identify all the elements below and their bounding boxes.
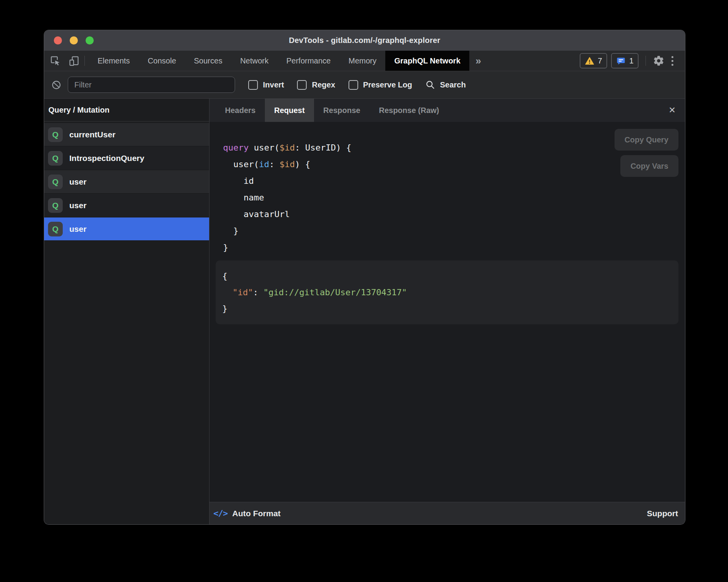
toolbar-tab-memory[interactable]: Memory bbox=[340, 51, 385, 71]
query-type-badge: Q bbox=[48, 151, 63, 166]
code-token: } bbox=[223, 226, 239, 236]
code-token bbox=[222, 288, 233, 297]
code-line: { bbox=[222, 268, 678, 284]
detail-footer: </> Auto Format Support bbox=[209, 502, 685, 524]
message-icon bbox=[616, 56, 626, 66]
devtools-window: DevTools - gitlab.com/-/graphql-explorer bbox=[44, 30, 685, 524]
checkbox-preserve-log[interactable]: Preserve Log bbox=[349, 80, 412, 90]
request-content: query user($id: UserID) { user(id: $id) … bbox=[209, 122, 685, 502]
code-token: } bbox=[222, 304, 227, 313]
query-list-item[interactable]: Quser bbox=[44, 170, 209, 193]
checkbox-label: Preserve Log bbox=[363, 80, 412, 89]
query-list-item[interactable]: Quser bbox=[44, 194, 209, 217]
messages-badge[interactable]: 1 bbox=[611, 53, 639, 68]
settings-gear-icon[interactable] bbox=[653, 55, 664, 67]
code-line: } bbox=[223, 239, 685, 256]
checkbox-label: Invert bbox=[263, 80, 284, 89]
search-button[interactable]: Search bbox=[425, 80, 466, 90]
detail-tab-request[interactable]: Request bbox=[265, 99, 314, 122]
minimize-window-button[interactable] bbox=[70, 36, 78, 45]
code-token: "gid://gitlab/User/13704317" bbox=[263, 288, 407, 297]
detail-tabs: HeadersRequestResponseResponse (Raw) bbox=[216, 99, 448, 122]
filter-options: InvertRegexPreserve Log bbox=[248, 80, 412, 90]
checkbox-box bbox=[297, 80, 307, 90]
filter-bar: InvertRegexPreserve Log Search bbox=[44, 71, 685, 99]
query-type-badge: Q bbox=[48, 175, 63, 189]
warning-icon bbox=[585, 56, 594, 66]
detail-panel: HeadersRequestResponseResponse (Raw) ✕ q… bbox=[209, 99, 685, 524]
code-line: name bbox=[223, 189, 685, 206]
code-token: name bbox=[223, 193, 264, 202]
toolbar-divider bbox=[84, 56, 85, 66]
code-token: ) { bbox=[295, 159, 310, 169]
code-token: } bbox=[223, 243, 228, 252]
code-token: : bbox=[253, 288, 263, 297]
query-name: user bbox=[69, 224, 86, 234]
support-link[interactable]: Support bbox=[647, 509, 678, 518]
warning-count: 7 bbox=[598, 56, 602, 65]
code-brackets-icon: </> bbox=[213, 508, 228, 518]
close-window-button[interactable] bbox=[54, 36, 62, 45]
close-icon[interactable]: ✕ bbox=[666, 99, 678, 122]
auto-format-button[interactable]: </> Auto Format bbox=[213, 508, 281, 518]
code-token: "id" bbox=[233, 288, 253, 297]
query-name: currentUser bbox=[69, 130, 115, 139]
kebab-menu-icon[interactable] bbox=[668, 56, 676, 66]
query-name: user bbox=[69, 201, 86, 210]
code-token: avatarUrl bbox=[223, 209, 290, 219]
toolbar-tab-network[interactable]: Network bbox=[231, 51, 277, 71]
detail-tab-headers[interactable]: Headers bbox=[216, 99, 265, 122]
query-type-badge: Q bbox=[48, 222, 63, 236]
checkbox-invert[interactable]: Invert bbox=[248, 80, 284, 90]
toolbar-divider bbox=[646, 56, 646, 66]
code-line: avatarUrl bbox=[223, 206, 685, 223]
zoom-window-button[interactable] bbox=[86, 36, 94, 45]
query-list-item[interactable]: QIntrospectionQuery bbox=[44, 147, 209, 169]
toolbar-tabs: ElementsConsoleSourcesNetworkPerformance… bbox=[89, 51, 469, 71]
variables-code: { "id": "gid://gitlab/User/13704317"} bbox=[216, 260, 678, 324]
toolbar-tab-graphql-network[interactable]: GraphQL Network bbox=[385, 51, 469, 71]
code-token: : UserID) { bbox=[295, 143, 351, 152]
warnings-badge[interactable]: 7 bbox=[580, 53, 607, 68]
toolbar-tab-performance[interactable]: Performance bbox=[278, 51, 340, 71]
query-list-item[interactable]: QcurrentUser bbox=[44, 123, 209, 146]
sidebar-header: Query / Mutation bbox=[44, 99, 209, 122]
query-name: IntrospectionQuery bbox=[69, 154, 144, 163]
code-token: $id bbox=[280, 143, 295, 152]
code-token: { bbox=[222, 271, 227, 281]
desktop-background: DevTools - gitlab.com/-/graphql-explorer bbox=[0, 0, 728, 582]
query-type-badge: Q bbox=[48, 198, 63, 213]
toolbar-tab-elements[interactable]: Elements bbox=[89, 51, 139, 71]
search-label: Search bbox=[440, 80, 466, 89]
toolbar-tab-console[interactable]: Console bbox=[139, 51, 185, 71]
detail-tabs-row: HeadersRequestResponseResponse (Raw) ✕ bbox=[209, 99, 685, 122]
traffic-lights bbox=[54, 30, 94, 51]
search-icon bbox=[425, 80, 435, 90]
code-token: $id bbox=[280, 159, 295, 169]
query-list-item[interactable]: Quser bbox=[44, 217, 209, 240]
filter-input[interactable] bbox=[68, 77, 235, 93]
code-token: query bbox=[223, 143, 249, 152]
title-bar: DevTools - gitlab.com/-/graphql-explorer bbox=[44, 30, 685, 51]
devtools-toolbar: ElementsConsoleSourcesNetworkPerformance… bbox=[44, 51, 685, 71]
query-name: user bbox=[69, 177, 86, 187]
window-title: DevTools - gitlab.com/-/graphql-explorer bbox=[289, 36, 440, 45]
detail-tab-response-raw[interactable]: Response (Raw) bbox=[369, 99, 448, 122]
clear-filter-icon[interactable] bbox=[51, 80, 62, 90]
checkbox-label: Regex bbox=[312, 80, 335, 89]
device-toolbar-icon[interactable] bbox=[68, 55, 80, 67]
code-token: id bbox=[223, 176, 254, 186]
code-token: : bbox=[269, 159, 280, 169]
inspect-element-icon[interactable] bbox=[50, 55, 61, 67]
copy-vars-button[interactable]: Copy Vars bbox=[620, 155, 678, 177]
code-token: id bbox=[259, 159, 270, 169]
code-token: user( bbox=[249, 143, 279, 152]
detail-tab-response[interactable]: Response bbox=[314, 99, 370, 122]
copy-buttons: Copy QueryCopy Vars bbox=[615, 129, 678, 177]
toolbar-tab-sources[interactable]: Sources bbox=[185, 51, 231, 71]
more-tabs-chevron-icon[interactable]: » bbox=[469, 51, 487, 71]
checkbox-regex[interactable]: Regex bbox=[297, 80, 335, 90]
copy-query-button[interactable]: Copy Query bbox=[615, 129, 678, 151]
query-sidebar: Query / Mutation QcurrentUserQIntrospect… bbox=[44, 99, 209, 524]
code-line: "id": "gid://gitlab/User/13704317" bbox=[222, 284, 678, 301]
